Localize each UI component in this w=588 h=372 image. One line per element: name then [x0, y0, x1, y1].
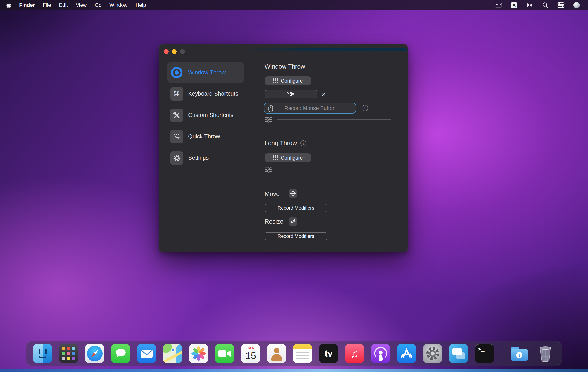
safari-dock-icon[interactable]: [85, 344, 105, 363]
facetime-dock-icon[interactable]: [215, 344, 234, 363]
finder-smile: [37, 352, 48, 358]
top-strip-fill: [243, 48, 408, 51]
menu-bar-left: Finder File Edit View Go Window Help: [0, 0, 150, 10]
contacts-silhouette-head: [274, 348, 279, 353]
notes-line: [296, 355, 309, 356]
command-glyph: ⌘: [173, 90, 180, 98]
safari-compass: [87, 346, 103, 361]
siri-orb: [573, 2, 580, 8]
siri-icon[interactable]: [573, 1, 580, 9]
sidebar-item-window-throw[interactable]: Window Throw: [168, 62, 244, 83]
sidebar-item-label: Quick Throw: [188, 133, 220, 140]
pinwheel-icon[interactable]: [526, 1, 534, 9]
mail-dock-icon[interactable]: [137, 344, 157, 363]
zoom-button[interactable]: [180, 49, 185, 54]
apple-menu-icon[interactable]: [6, 2, 12, 8]
gear-icon: [170, 151, 183, 165]
advanced-options-icon[interactable]: [265, 117, 272, 123]
grid-icon: [273, 155, 278, 160]
messages-dock-icon[interactable]: [111, 344, 130, 363]
configure-label: Configure: [281, 155, 303, 161]
notes-dock-icon[interactable]: [293, 344, 312, 363]
calendar-day: 15: [245, 350, 256, 361]
keyboard-icon[interactable]: [494, 1, 502, 9]
contacts-dock-icon[interactable]: [267, 344, 286, 363]
minimize-button[interactable]: [172, 49, 177, 54]
preferences-window: Window Throw ⌘ Keyboard Shortcuts Custom…: [159, 44, 408, 252]
maps-pin: [171, 349, 175, 352]
finder-dock-icon[interactable]: [33, 344, 52, 363]
record-circle-icon: [170, 66, 183, 79]
notes-line: [296, 358, 309, 359]
sidebar-item-label: Custom Shortcuts: [188, 112, 233, 119]
app-store-dock-icon[interactable]: [397, 344, 416, 363]
apple-tv-dock-icon[interactable]: tv: [319, 344, 338, 363]
music-dock-icon[interactable]: ♫: [345, 344, 364, 363]
dock-separator: [502, 345, 502, 362]
menu-item-edit[interactable]: Edit: [55, 0, 72, 10]
window-top-strip: [243, 48, 408, 53]
record-mouse-button-field[interactable]: Record Mouse Button: [264, 103, 356, 114]
clear-shortcut-button[interactable]: ×: [319, 89, 328, 99]
sidebar-item-label: Keyboard Shortcuts: [188, 91, 238, 97]
notes-line: [296, 352, 309, 353]
photos-dock-icon[interactable]: [189, 344, 208, 363]
menu-app-name[interactable]: Finder: [15, 0, 39, 10]
terminal-dock-icon[interactable]: >_: [475, 344, 494, 363]
long-throw-heading: Long Throw i: [265, 140, 306, 147]
info-icon[interactable]: i: [362, 105, 368, 111]
input-source-icon[interactable]: A: [510, 1, 518, 9]
close-button[interactable]: [164, 49, 169, 54]
tv-label: tv: [325, 349, 333, 359]
top-strip-line: [243, 51, 408, 51]
menu-item-file[interactable]: File: [39, 0, 55, 10]
resize-icon: [289, 217, 297, 226]
configure-window-throw-button[interactable]: Configure: [265, 77, 311, 85]
move-icon: [289, 189, 297, 198]
launchpad-dock-icon[interactable]: [59, 344, 78, 363]
podcasts-dock-icon[interactable]: [371, 344, 390, 363]
control-center-icon[interactable]: [557, 1, 565, 9]
quick-throw-icon: [170, 130, 183, 143]
resize-label: Resize: [265, 218, 284, 225]
record-modifiers-resize-button[interactable]: Record Modifiers: [265, 232, 327, 240]
sidebar-item-custom-shortcuts[interactable]: Custom Shortcuts: [168, 105, 244, 126]
command-key-icon: ⌘: [170, 87, 183, 101]
menu-bar-status-area: A: [494, 1, 588, 9]
tools-icon: [170, 109, 183, 122]
window-manager-app-dock-icon[interactable]: [449, 344, 468, 363]
info-icon[interactable]: i: [300, 140, 306, 146]
desktop: Finder File Edit View Go Window Help: [0, 0, 588, 372]
notes-header-band: [293, 344, 312, 349]
menu-item-go[interactable]: Go: [91, 0, 105, 10]
menu-bar: Finder File Edit View Go Window Help: [0, 0, 588, 10]
trash-dock-icon[interactable]: [536, 344, 555, 363]
sidebar-item-settings[interactable]: Settings: [168, 147, 244, 169]
downloads-dock-icon[interactable]: ↓: [510, 344, 529, 363]
spotlight-icon[interactable]: [542, 1, 549, 9]
keyboard-shortcut-field[interactable]: ^⌘: [265, 90, 317, 98]
record-mouse-placeholder: Record Mouse Button: [264, 103, 356, 113]
sidebar-item-keyboard-shortcuts[interactable]: ⌘ Keyboard Shortcuts: [168, 83, 244, 105]
calendar-dock-icon[interactable]: JAN 15: [241, 344, 260, 363]
advanced-options-icon[interactable]: [265, 167, 272, 174]
menu-item-window[interactable]: Window: [105, 0, 131, 10]
record-modifiers-move-button[interactable]: Record Modifiers: [265, 204, 327, 212]
record-dot: [175, 70, 179, 75]
configure-label: Configure: [281, 78, 303, 84]
system-preferences-dock-icon[interactable]: [423, 344, 442, 363]
menu-item-help[interactable]: Help: [131, 0, 150, 10]
sidebar-item-quick-throw[interactable]: Quick Throw: [168, 126, 244, 147]
input-source-label: A: [511, 2, 517, 8]
music-note-icon: ♫: [351, 347, 359, 360]
configure-long-throw-button[interactable]: Configure: [265, 153, 311, 162]
traffic-lights: [164, 49, 185, 54]
maps-dock-icon[interactable]: [163, 344, 182, 363]
divider: [277, 170, 391, 170]
bottom-edge-glow: [0, 370, 588, 372]
sidebar-item-label: Window Throw: [188, 69, 226, 76]
window-throw-heading: Window Throw: [265, 63, 305, 70]
move-label: Move: [265, 190, 280, 197]
menu-item-view[interactable]: View: [72, 0, 91, 10]
maps-park: [163, 344, 172, 353]
